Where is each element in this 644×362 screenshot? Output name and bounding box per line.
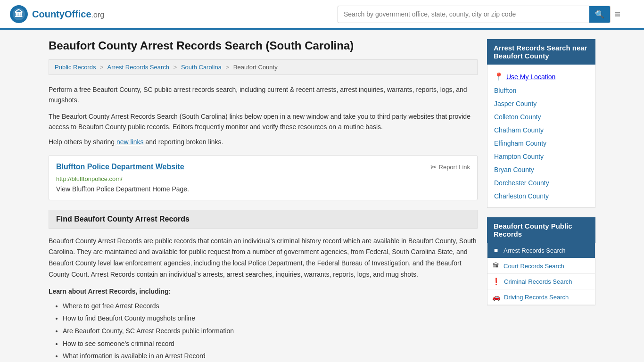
public-link-court[interactable]: 🏛 Court Records Search [487, 258, 595, 274]
criminal-records-icon: ❗ [492, 278, 500, 285]
search-input[interactable] [338, 7, 589, 22]
list-item: How to find Beaufort County mugshots onl… [63, 312, 478, 325]
help-text: Help others by sharing new links and rep… [49, 138, 478, 146]
list-item: What information is available in an Arre… [63, 350, 478, 362]
search-button[interactable]: 🔍 [589, 6, 610, 23]
sidebar-link-hampton[interactable]: Hampton County [487, 150, 595, 163]
new-links-link[interactable]: new links [116, 138, 144, 146]
public-records-title: Beaufort County Public Records [487, 217, 595, 243]
search-area: 🔍 ≡ [338, 6, 620, 23]
learn-heading: Learn about Arrest Records, including: [49, 288, 478, 295]
description-2: The Beaufort County Arrest Records Searc… [49, 111, 478, 132]
nearby-links: 📍 Use My Location Bluffton Jasper County… [487, 65, 595, 208]
link-card-header: Bluffton Police Department Website ✂ Rep… [56, 163, 470, 172]
content-area: Beaufort County Arrest Records Search (S… [49, 39, 478, 362]
breadcrumb: Public Records > Arrest Records Search >… [49, 59, 478, 75]
use-location-link[interactable]: Use My Location [506, 73, 555, 81]
list-item: How to see someone's criminal record [63, 337, 478, 350]
use-my-location[interactable]: 📍 Use My Location [487, 69, 595, 84]
sidebar-link-colleton[interactable]: Colleton County [487, 110, 595, 123]
link-card-title[interactable]: Bluffton Police Department Website [56, 163, 184, 171]
arrest-records-icon: ■ [492, 247, 500, 254]
court-records-icon: 🏛 [492, 262, 500, 270]
link-card-description: View Bluffton Police Department Home Pag… [56, 185, 470, 193]
link-card: Bluffton Police Department Website ✂ Rep… [49, 155, 478, 200]
sidebar-link-bryan[interactable]: Bryan County [487, 163, 595, 176]
menu-button[interactable]: ≡ [614, 9, 620, 19]
header: 🏛 CountyOffice.org 🔍 ≡ [0, 0, 644, 30]
page-title: Beaufort County Arrest Records Search (S… [49, 39, 478, 52]
report-icon: ✂ [430, 163, 437, 172]
logo-icon: 🏛 [9, 5, 28, 24]
sidebar-link-jasper[interactable]: Jasper County [487, 97, 595, 110]
sidebar-link-bluffton[interactable]: Bluffton [487, 84, 595, 97]
public-records-links: ■ Arrest Records Search 🏛 Court Records … [487, 243, 595, 305]
public-link-driving[interactable]: 🚗 Driving Records Search [487, 289, 595, 305]
description-1: Perform a free Beaufort County, SC publi… [49, 84, 478, 106]
public-link-arrest[interactable]: ■ Arrest Records Search [487, 243, 595, 258]
nearby-title: Arrest Records Search near Beaufort Coun… [487, 39, 595, 65]
sidebar-link-effingham[interactable]: Effingham County [487, 137, 595, 150]
search-bar: 🔍 [338, 6, 611, 23]
sidebar-link-charleston[interactable]: Charleston County [487, 189, 595, 203]
list-item: Are Beaufort County, SC Arrest Records p… [63, 325, 478, 337]
find-section-header: Find Beaufort County Arrest Records [49, 210, 478, 229]
logo-area: 🏛 CountyOffice.org [9, 5, 104, 24]
report-link-button[interactable]: ✂ Report Link [430, 163, 470, 172]
sidebar: Arrest Records Search near Beaufort Coun… [487, 39, 595, 362]
public-link-criminal[interactable]: ❗ Criminal Records Search [487, 274, 595, 289]
breadcrumb-public-records[interactable]: Public Records [55, 64, 96, 71]
find-section: Find Beaufort County Arrest Records Beau… [49, 210, 478, 362]
list-item: Where to get free Arrest Records [63, 300, 478, 313]
main-container: Beaufort County Arrest Records Search (S… [39, 39, 605, 362]
driving-records-icon: 🚗 [492, 293, 500, 301]
logo-text: CountyOffice.org [32, 9, 104, 20]
bullet-list: Where to get free Arrest Records How to … [49, 300, 478, 362]
breadcrumb-current: Beaufort County [233, 64, 278, 71]
sidebar-link-chatham[interactable]: Chatham County [487, 123, 595, 137]
location-pin-icon: 📍 [494, 72, 504, 81]
find-section-body: Beaufort County Arrest Records are publi… [49, 236, 478, 280]
breadcrumb-south-carolina[interactable]: South Carolina [181, 64, 222, 71]
breadcrumb-arrest-records-search[interactable]: Arrest Records Search [107, 64, 170, 71]
sidebar-link-dorchester[interactable]: Dorchester County [487, 176, 595, 189]
svg-text:🏛: 🏛 [15, 9, 23, 19]
link-card-url[interactable]: http://blufftonpolice.com/ [56, 175, 470, 182]
